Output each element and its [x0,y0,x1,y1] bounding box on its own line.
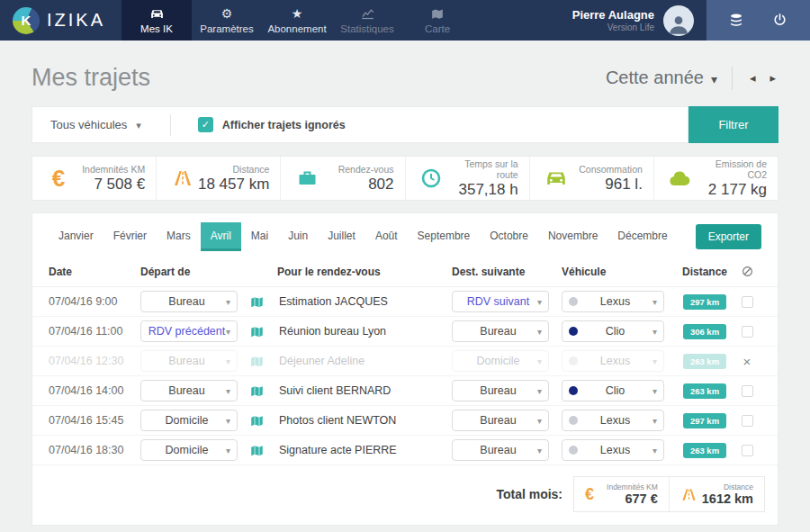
vehicle-color-dot [569,327,578,336]
car-icon [149,7,165,21]
dest-select[interactable]: Bureau [452,320,549,342]
depart-select[interactable]: Domicile [140,439,238,461]
depart-select[interactable]: RDV précédent [140,320,238,342]
depart-select[interactable]: Bureau [140,350,238,372]
filter-button[interactable]: Filtrer [688,106,778,143]
tab-aout[interactable]: Août [365,222,408,251]
map-icon [250,445,264,456]
chevron-down-icon [226,295,230,308]
export-button[interactable]: Exporter [696,224,761,249]
road-icon [680,486,702,503]
vehicle-select[interactable]: Lexus [562,439,664,461]
ignore-checkbox[interactable] [742,445,753,456]
tab-octobre[interactable]: Octobre [480,222,538,251]
chevron-down-icon [226,414,230,427]
vehicle-color-dot [569,356,578,365]
vehicle-select[interactable]: Lexus [562,410,664,431]
trip-purpose: Réunion bureau Lyon [277,325,452,338]
ignore-checkbox[interactable] [742,385,753,397]
tab-mars[interactable]: Mars [157,222,201,251]
tab-novembre[interactable]: Novembre [538,222,608,251]
map-icon [250,415,264,427]
tab-decembre[interactable]: Décembre [608,222,677,251]
vehicle-select[interactable]: Clio [562,320,664,342]
dest-select[interactable]: Bureau [452,380,549,401]
map-icon [431,7,444,21]
tab-janvier[interactable]: Janvier [49,222,104,251]
checkbox-checked-icon[interactable]: ✓ [198,117,213,132]
chevron-down-icon [652,355,657,367]
nav-abonnement[interactable]: ★ Abonnement [262,0,332,41]
next-period-button[interactable]: ▸ [767,71,778,85]
header-depart: Départ de [140,266,250,278]
user-menu[interactable]: Pierre Aulagne Version Life [560,0,706,41]
nav-parametres[interactable]: ⚙ Paramètres [192,0,262,41]
vehicle-color-dot [569,446,578,455]
avatar[interactable] [663,5,694,36]
tab-juin[interactable]: Juin [278,222,318,251]
period-selector[interactable]: Cette année [606,68,717,88]
distance-badge: 306 km [683,324,726,339]
power-icon[interactable] [767,7,794,34]
table-row-ignored: 07/04/16 12:30 Bureau Déjeuner Adeline D… [32,347,778,376]
map-icon [250,385,264,397]
trips-card: Janvier Février Mars Avril Mai Juin Juil… [32,212,778,526]
close-icon[interactable] [743,355,752,368]
header-rdv: Pour le rendez-vous [277,266,452,278]
nav-mes-ik[interactable]: Mes IK [122,0,192,41]
page-header: Mes trajets Cette année ◂ ▸ [0,41,810,106]
dest-select[interactable]: RDV suivant [452,291,549,312]
vehicle-select[interactable]: Lexus [562,350,664,372]
star-icon: ★ [292,7,303,21]
trip-purpose: Signature acte PIERRE [277,444,452,456]
previous-period-button[interactable]: ◂ [747,71,759,85]
chart-icon [361,7,374,21]
briefcase-icon [293,167,320,189]
trip-date: 07/04/16 15:45 [49,414,140,427]
dest-select[interactable]: Bureau [452,439,549,461]
app-logo[interactable]: K IZIKA [0,0,122,41]
ignore-column-icon [733,266,761,277]
tab-juillet[interactable]: Juillet [318,222,365,251]
nav-statistiques[interactable]: Statistiques [332,0,402,41]
show-ignored-toggle[interactable]: ✓ Afficher trajets ignorés [171,117,346,132]
izika-logo-icon: K [13,7,40,34]
database-icon[interactable] [723,7,750,34]
depart-select[interactable]: Bureau [140,291,238,312]
total-distance: Distance 1612 km [670,477,764,511]
tab-septembre[interactable]: Septembre [408,222,481,251]
nav-label: Paramètres [200,23,253,34]
clock-icon [418,167,445,189]
header-date: Date [49,266,140,278]
depart-select[interactable]: Bureau [140,380,238,401]
tab-fevrier[interactable]: Février [104,222,157,251]
euro-icon: € [52,167,65,190]
ignore-checkbox[interactable] [742,326,753,338]
header-vehicle: Véhicule [562,266,677,278]
chevron-down-icon [652,295,657,308]
chevron-down-icon [226,384,230,397]
tab-avril[interactable]: Avril [201,222,241,251]
table-row: 07/04/16 15:45 Domicile Photos client NE… [32,406,778,436]
trip-date: 07/04/16 9:00 [49,295,140,308]
nav-carte[interactable]: Carte [402,0,472,41]
dest-select[interactable]: Bureau [452,410,549,431]
tab-mai[interactable]: Mai [241,222,278,251]
top-right-zone: Pierre Aulagne Version Life [560,0,810,41]
trip-date: 07/04/16 18:30 [49,444,140,456]
month-tabs: Janvier Février Mars Avril Mai Juin Juil… [32,213,778,251]
dest-select[interactable]: Domicile [452,350,549,372]
vehicle-filter-select[interactable]: Tous véhicules [32,118,159,131]
vehicle-select[interactable]: Lexus [562,291,664,312]
ignore-checkbox[interactable] [742,415,753,427]
trip-date: 07/04/16 12:30 [49,355,140,367]
nav-label: Mes IK [140,23,173,34]
page-title: Mes trajets [32,64,150,92]
total-indemnites: € Indemnités KM 677 € [574,477,670,511]
ignore-checkbox[interactable] [742,296,753,308]
depart-select[interactable]: Domicile [140,410,238,431]
utility-panel [706,0,810,41]
chevron-down-icon [652,414,657,427]
filter-bar: Tous véhicules ✓ Afficher trajets ignoré… [32,106,778,143]
vehicle-select[interactable]: Clio [562,380,664,401]
